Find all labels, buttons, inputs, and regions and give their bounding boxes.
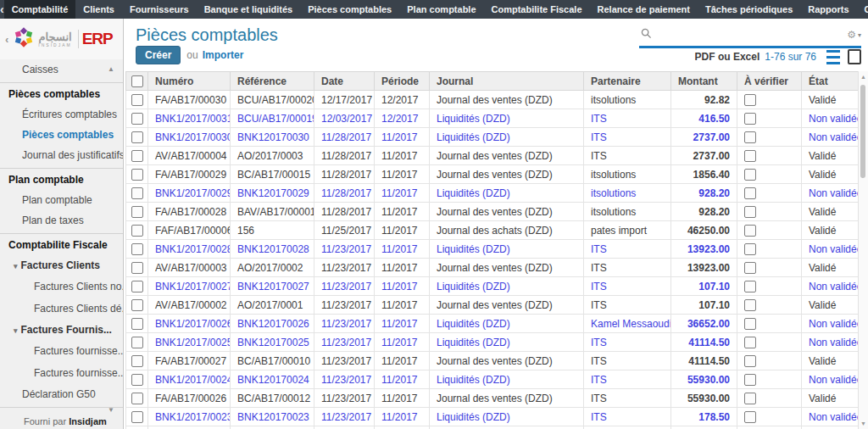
cell-reference[interactable]: AO/2017/0002 [231,259,314,277]
cell-reference[interactable]: BC/AB17/00010 [231,352,314,370]
topnav-item[interactable]: Pièces comptables [300,0,399,19]
cell-etat[interactable]: Non validée [802,240,862,259]
cell-reference[interactable]: BC/AB17/00012 [231,389,314,408]
cell-etat[interactable]: Non validée [802,315,862,333]
table-row[interactable]: BNK1/2017/0029BNK12017002911/28/201711/2… [126,184,862,203]
verify-checkbox[interactable] [744,94,756,106]
cell-montant[interactable]: 416.50 [671,109,737,128]
cell-reference[interactable]: BNK120170026 [231,315,314,333]
cell-date[interactable]: 11/23/2017 [314,315,375,333]
row-select-checkbox[interactable] [131,225,143,237]
cell-numero[interactable]: BNK1/2017/0029 [148,184,231,203]
cell-periode[interactable]: 11/2017 [375,184,430,203]
cell-partenaire[interactable]: ITS [584,259,671,277]
table-row[interactable]: BNK1/2017/0023BNK12017002311/23/201711/2… [126,408,862,426]
cell-numero[interactable]: AV/AB17/00003 [148,259,231,277]
column-header[interactable]: À vérifier [737,72,802,91]
row-select-checkbox[interactable] [131,262,143,274]
cell-date[interactable]: 11/23/2017 [314,333,375,352]
topnav-item[interactable]: Clients [75,0,122,19]
cell-journal[interactable]: Liquidités (DZD) [430,184,584,203]
row-select-checkbox[interactable] [131,299,143,311]
verify-checkbox[interactable] [744,243,756,255]
verify-checkbox[interactable] [744,337,756,348]
cell-date[interactable]: 11/23/2017 [314,277,375,296]
cell-numero[interactable]: BNK1/2017/0028 [148,240,231,259]
row-select-checkbox[interactable] [131,374,143,386]
cell-reference[interactable]: BNK120170029 [231,184,314,203]
table-row[interactable]: BNK1/2017/0030BNK12017003011/28/201711/2… [126,128,862,147]
cell-etat[interactable]: Validé [802,147,862,165]
cell-numero[interactable]: BNK1/2017/0030 [148,128,231,147]
table-row[interactable]: AV/AB17/00002AO/2017/000111/23/201711/20… [126,296,862,315]
table-row[interactable]: BNK1/2017/0027BNK12017002711/23/201711/2… [126,277,862,296]
cell-montant[interactable]: 41114.50 [671,333,737,352]
cell-montant[interactable]: 41114.50 [671,352,737,370]
sidebar-collapsible-item[interactable]: ▾Factures Fournis... [0,320,123,340]
cell-reference[interactable]: 156 [231,221,314,240]
cell-periode[interactable]: 11/2017 [375,203,430,221]
row-select-checkbox[interactable] [131,393,143,404]
column-header[interactable]: Numéro [148,72,231,91]
row-select-checkbox[interactable] [131,169,143,181]
cell-journal[interactable]: Journal des ventes (DZD) [430,91,584,109]
cell-partenaire[interactable]: ITS [584,128,671,147]
cell-partenaire[interactable]: itsolutions [584,184,671,203]
cell-periode[interactable]: 11/2017 [375,370,430,389]
cell-etat[interactable]: Non validée [802,109,862,128]
cell-partenaire[interactable]: ITS [584,352,671,370]
scroll-up-icon[interactable]: ▲ [859,74,868,80]
verify-checkbox[interactable] [744,374,756,386]
cell-etat[interactable]: Validé [802,91,862,109]
topnav-item[interactable]: Tâches périodiques [698,0,800,19]
row-select-checkbox[interactable] [131,113,143,125]
verify-checkbox[interactable] [744,281,756,292]
topnav-item[interactable]: Banque et liquidités [197,0,301,19]
cell-partenaire[interactable]: ITS [584,389,671,408]
cell-partenaire[interactable]: pates import [584,221,671,240]
cell-periode[interactable]: 11/2017 [375,165,430,184]
cell-journal[interactable]: Liquidités (DZD) [430,128,584,147]
cell-periode[interactable]: 11/2017 [375,277,430,296]
cell-numero[interactable]: BNK1/2017/0023 [148,408,231,426]
cell-etat[interactable]: Non validée [802,333,862,352]
app-logo[interactable]: ‹ انسجام INSIDJ [0,19,123,59]
cell-periode[interactable]: 12/2017 [375,109,430,128]
cell-etat[interactable]: Validé [802,259,862,277]
cell-partenaire[interactable]: ITS [584,426,671,429]
cell-numero[interactable]: FA/AB17/00030 [148,91,231,109]
cell-numero[interactable]: FA/AB17/00029 [148,165,231,184]
cell-partenaire[interactable]: ITS [584,296,671,315]
table-row[interactable]: BNK1/2017/0026BNK12017002611/23/201711/2… [126,315,862,333]
cell-partenaire[interactable]: itsolutions [584,165,671,184]
cell-montant[interactable]: 13923.00 [671,259,737,277]
cell-etat[interactable]: Validé [802,389,862,408]
cell-partenaire[interactable]: ITS [584,109,671,128]
cell-etat[interactable]: Validé [802,221,862,240]
cell-etat[interactable]: Non validée [802,370,862,389]
cell-partenaire[interactable]: ITS [584,147,671,165]
cell-montant[interactable]: 36652.00 [671,315,737,333]
cell-date[interactable]: 11/25/2017 [314,221,375,240]
sidebar-scroll-up-icon[interactable]: ▲ [108,65,114,73]
cell-journal[interactable]: Liquidités (DZD) [430,277,584,296]
cell-journal[interactable]: Journal des achats (DZD) [430,221,584,240]
cell-date[interactable]: 11/23/2017 [314,296,375,315]
column-header[interactable]: Période [375,72,430,91]
cell-etat[interactable]: Validé [802,296,862,315]
cell-date[interactable]: 11/28/2017 [314,128,375,147]
verify-checkbox[interactable] [744,262,756,274]
cell-date[interactable]: 11/23/2017 [314,352,375,370]
cell-journal[interactable]: Liquidités (DZD) [430,370,584,389]
cell-journal[interactable]: Journal des ventes (DZD) [430,259,584,277]
sidebar-item[interactable]: Journal des justificatifs [0,145,123,165]
cell-reference[interactable]: BNK120170025 [231,333,314,352]
cell-montant[interactable]: 55930.00 [671,370,737,389]
row-select-checkbox[interactable] [131,337,143,348]
list-view-icon[interactable] [826,50,840,64]
row-select-checkbox[interactable] [131,206,143,218]
row-select-checkbox[interactable] [131,355,143,367]
cell-partenaire[interactable]: ITS [584,408,671,426]
cell-date[interactable]: 11/28/2017 [314,147,375,165]
verify-checkbox[interactable] [744,169,756,181]
